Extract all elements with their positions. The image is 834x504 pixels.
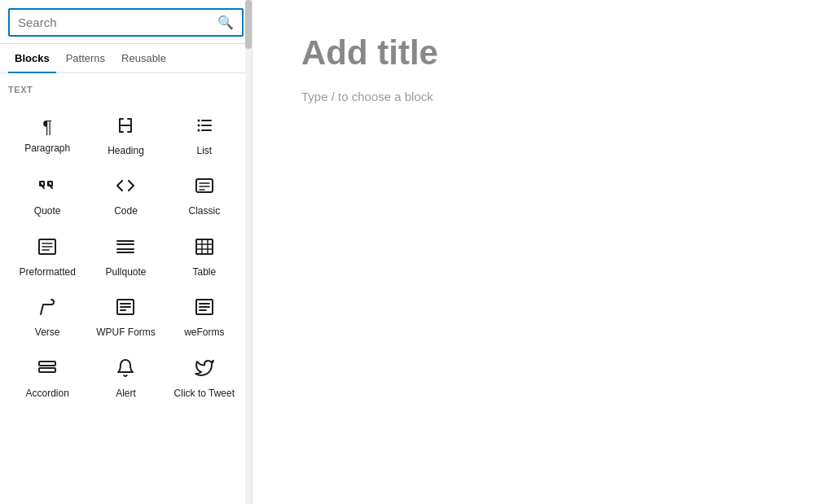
block-code[interactable]: Code (86, 164, 165, 225)
search-input[interactable] (18, 15, 217, 29)
list-label: List (196, 145, 212, 156)
pullquote-label: Pullquote (105, 266, 146, 278)
block-pullquote[interactable]: Pullquote (86, 226, 165, 286)
tab-patterns[interactable]: Patterns (59, 44, 112, 72)
table-label: Table (192, 266, 216, 278)
block-preformatted[interactable]: Preformatted (8, 226, 86, 286)
block-click-to-tweet[interactable]: Click to Tweet (165, 347, 244, 407)
block-wpuf-forms[interactable]: WPUF Forms (86, 286, 165, 346)
tab-reusable[interactable]: Reusable (115, 44, 173, 72)
block-accordion[interactable]: Accordion (8, 347, 86, 407)
classic-label: Classic (188, 205, 220, 217)
alert-icon (116, 358, 135, 381)
svg-rect-31 (39, 362, 55, 366)
tab-blocks[interactable]: Blocks (8, 44, 56, 72)
block-list[interactable]: List (165, 104, 244, 164)
search-box: 🔍 (8, 8, 244, 37)
svg-rect-18 (196, 239, 213, 254)
paragraph-label: Paragraph (24, 142, 70, 154)
block-quote[interactable]: Quote (8, 164, 86, 225)
search-area: 🔍 (0, 0, 252, 44)
search-icon: 🔍 (217, 15, 234, 30)
table-icon (195, 237, 214, 260)
verse-icon (37, 297, 57, 320)
blocks-content: TEXT Paragraph Heading (0, 73, 252, 504)
click-to-tweet-label: Click to Tweet (174, 388, 235, 399)
svg-point-5 (197, 129, 200, 132)
scrollbar-thumb[interactable] (245, 0, 252, 49)
accordion-label: Accordion (25, 388, 68, 399)
block-classic[interactable]: Classic (165, 164, 244, 225)
accordion-icon (37, 358, 57, 381)
weforms-label: weForms (184, 327, 224, 338)
block-heading[interactable]: Heading (86, 104, 165, 164)
alert-label: Alert (116, 388, 136, 399)
heading-icon (116, 116, 135, 138)
preformatted-label: Preformatted (19, 266, 75, 278)
block-alert[interactable]: Alert (86, 347, 165, 407)
left-panel: 🔍 Blocks Patterns Reusable TEXT Paragrap… (0, 0, 252, 504)
verse-label: Verse (35, 327, 60, 338)
block-paragraph[interactable]: Paragraph (8, 104, 86, 164)
preformatted-icon (37, 237, 57, 260)
editor-title[interactable]: Add title (301, 33, 785, 73)
editor-placeholder[interactable]: Type / to choose a block (301, 90, 785, 103)
svg-point-4 (197, 125, 200, 127)
right-panel: Add title Type / to choose a block (252, 0, 834, 504)
wpuf-forms-icon (116, 297, 135, 320)
block-table[interactable]: Table (165, 226, 244, 286)
code-icon (116, 176, 135, 199)
block-weforms[interactable]: weForms (165, 286, 244, 346)
section-label-text: TEXT (8, 85, 244, 94)
classic-icon (195, 176, 214, 199)
svg-point-3 (197, 120, 200, 122)
quote-icon (37, 176, 57, 199)
svg-rect-32 (39, 368, 55, 372)
code-label: Code (114, 205, 138, 217)
paragraph-icon (42, 118, 52, 136)
weforms-icon (195, 297, 214, 320)
blocks-grid: Paragraph Heading (8, 104, 244, 407)
tabs-row: Blocks Patterns Reusable (0, 44, 252, 73)
quote-label: Quote (34, 205, 61, 217)
wpuf-forms-label: WPUF Forms (96, 327, 156, 338)
block-verse[interactable]: Verse (8, 286, 86, 346)
list-icon (195, 116, 214, 138)
heading-label: Heading (108, 145, 144, 156)
click-to-tweet-icon (195, 358, 214, 381)
pullquote-icon (116, 237, 135, 260)
scrollbar-track (245, 0, 252, 504)
